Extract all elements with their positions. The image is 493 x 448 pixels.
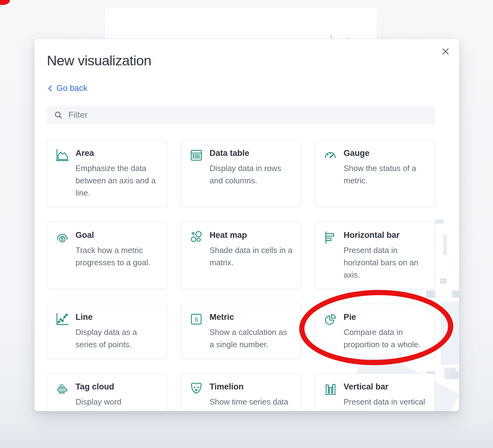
card-title: Area [75,149,159,158]
card-title: Goal [75,230,159,240]
card-description: Display data as a series of points. [75,326,159,351]
card-description: Present data in vertical bars on an axis… [344,396,427,411]
card-title: Horizontal bar [344,230,427,240]
card-title: Tag cloud [75,382,159,392]
viz-card-area[interactable]: Area Emphasize the data between an axis … [47,140,167,207]
card-description: Display word frequency with font size. [75,396,159,411]
card-description: Compare data in proportion to a whole. [344,326,427,351]
viz-card-tag-cloud[interactable]: Tag cloud Display word frequency with fo… [47,373,167,411]
filter-search-box [47,106,435,124]
go-back-label: Go back [56,83,88,93]
card-description: Show the status of a metric. [344,162,427,187]
red-corner-artifact [0,0,10,5]
area-chart-icon [55,148,69,162]
card-description: Show a calculation as a single number. [210,326,293,351]
card-description: Display data in rows and columns. [210,162,293,187]
screen: New visualization Go back [0,0,493,448]
card-description: Track how a metric progresses to a goal. [75,244,159,269]
vertical-bar-icon [323,382,337,396]
card-description: Present data in horizontal bars on an ax… [344,244,427,281]
gauge-icon [323,148,337,162]
search-icon [54,110,63,120]
card-title: Metric [210,312,293,322]
filter-input[interactable] [68,110,428,120]
card-grid: Area Emphasize the data between an axis … [47,140,435,411]
card-title: Data table [210,149,293,158]
tag-cloud-icon [55,382,69,396]
chevron-left-icon [47,85,53,92]
pie-chart-icon [323,312,337,326]
card-title: Timelion [210,382,293,392]
go-back-link[interactable]: Go back [47,83,88,93]
card-description: Emphasize the data between an axis and a… [75,162,159,199]
card-title: Vertical bar [344,382,427,392]
page-title: New visualization [47,53,459,69]
svg-text:8: 8 [61,237,64,242]
new-visualization-modal: New visualization Go back [35,39,459,411]
heat-map-icon [189,230,203,244]
viz-card-metric[interactable]: 8 Metric Show a calculation as a single … [181,304,301,359]
viz-card-data-table[interactable]: Data table Display data in rows and colu… [181,140,301,207]
card-title: Gauge [344,149,427,158]
viz-card-vertical-bar[interactable]: Vertical bar Present data in vertical ba… [315,373,435,411]
viz-card-line[interactable]: Line Display data as a series of points. [47,304,167,359]
viz-card-goal[interactable]: 8 Goal Track how a metric progresses to … [47,222,167,289]
card-title: Pie [344,312,427,322]
viz-card-timelion[interactable]: Timelion Show time series data on a grap… [181,373,301,411]
viz-card-heat-map[interactable]: Heat map Shade data in cells in a matrix… [181,222,301,289]
svg-text:8: 8 [194,316,198,323]
card-title: Line [75,312,159,322]
viz-card-gauge[interactable]: Gauge Show the status of a metric. [315,140,435,207]
data-table-icon [189,148,203,162]
viz-card-horizontal-bar[interactable]: Horizontal bar Present data in horizonta… [315,222,435,289]
goal-icon: 8 [55,230,69,244]
viz-card-pie[interactable]: Pie Compare data in proportion to a whol… [315,304,435,359]
timelion-icon [189,382,203,396]
metric-icon: 8 [189,312,203,326]
card-description: Shade data in cells in a matrix. [210,244,293,269]
line-chart-icon [55,312,69,326]
modal-body: New visualization Go back [35,39,459,411]
card-description: Show time series data on a graph. [210,396,293,411]
horizontal-bar-icon [323,230,337,244]
card-title: Heat map [210,230,293,240]
